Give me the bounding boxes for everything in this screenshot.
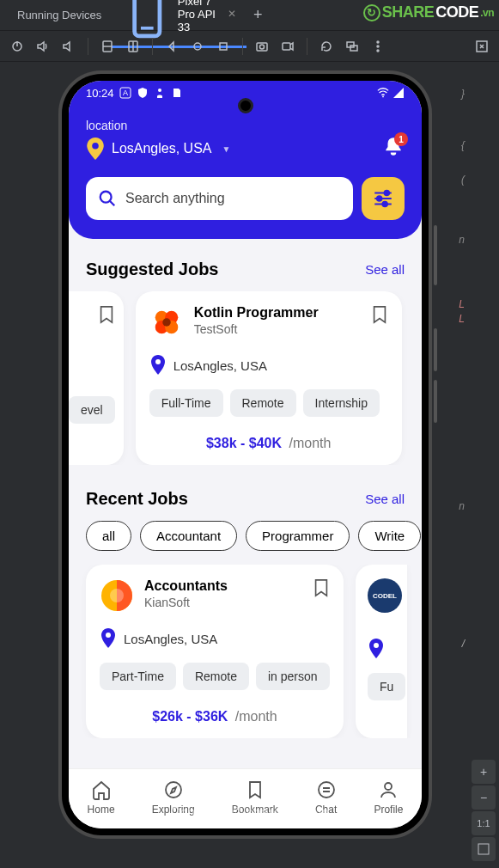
svg-point-23 <box>92 143 99 150</box>
zoom-in-button[interactable]: + <box>472 760 496 784</box>
nav-bookmark[interactable]: Bookmark <box>232 779 278 816</box>
suggested-title: Suggested Jobs <box>86 260 218 279</box>
zoom-ratio[interactable]: 1:1 <box>472 811 496 835</box>
chip-programmer[interactable]: Programmer <box>246 521 350 551</box>
editor-gutter: } { ( n L L n / <box>447 62 499 868</box>
camera-icon[interactable] <box>255 40 269 53</box>
zoom-out-button[interactable]: − <box>472 785 496 810</box>
pin-icon <box>368 639 385 659</box>
svg-point-29 <box>377 196 381 200</box>
compass-icon <box>163 779 184 800</box>
chip-write[interactable]: Write <box>358 521 421 551</box>
overview-icon[interactable] <box>216 40 230 53</box>
job-location: LosAngles, USA <box>173 358 267 373</box>
home-icon[interactable] <box>191 40 204 53</box>
svg-point-41 <box>374 643 379 648</box>
chat-icon <box>316 779 337 800</box>
content-area: Suggested Jobs See all evel Kotlin Progr… <box>69 239 422 746</box>
home-icon <box>91 779 112 800</box>
job-salary: $26k - $36K <box>152 709 228 724</box>
suggested-job-card[interactable]: Kotlin Programmer TestSoft LosAngles, US… <box>136 291 402 465</box>
back-icon[interactable] <box>165 40 179 53</box>
job-company: TestSoft <box>194 322 319 336</box>
expand-icon[interactable] <box>475 40 489 53</box>
record-icon[interactable] <box>281 40 295 53</box>
job-card-partial-right[interactable]: CODEL Fu <box>356 565 407 738</box>
job-salary: $38k - $40K <box>206 436 282 450</box>
watermark-logo: ↻ SHARECODE.vn <box>363 3 494 21</box>
location-label: location <box>86 119 405 132</box>
svg-point-16 <box>377 46 379 47</box>
job-company: KianSoft <box>144 596 228 609</box>
recent-see-all[interactable]: See all <box>365 492 405 506</box>
search-input[interactable]: Search anything <box>86 177 353 220</box>
status-time: 10:24 <box>86 87 114 100</box>
power-icon[interactable] <box>10 40 24 53</box>
job-tag: Remote <box>183 663 249 690</box>
svg-point-31 <box>382 202 386 206</box>
svg-point-40 <box>106 633 111 638</box>
job-tag: Remote <box>230 389 296 417</box>
rotate-right-icon[interactable] <box>126 40 140 53</box>
zoom-fit-button[interactable] <box>472 837 496 861</box>
pin-icon <box>86 138 105 160</box>
status-icon1: A <box>119 87 131 99</box>
svg-point-39 <box>110 589 124 602</box>
filter-icon <box>372 187 394 210</box>
more-icon[interactable] <box>371 40 385 53</box>
job-card-partial-left[interactable]: evel <box>69 291 124 465</box>
settings-extra-icon[interactable] <box>345 40 359 53</box>
job-period: /month <box>289 436 331 450</box>
pin-icon <box>100 628 117 649</box>
svg-rect-0 <box>135 0 160 36</box>
volume-up-icon[interactable] <box>36 40 50 53</box>
nav-chat[interactable]: Chat <box>315 779 337 816</box>
search-icon <box>98 189 117 208</box>
svg-rect-1 <box>141 27 154 30</box>
svg-point-42 <box>166 782 181 798</box>
bookmark-button[interactable] <box>98 305 115 327</box>
reload-icon[interactable] <box>319 40 333 53</box>
svg-point-21 <box>158 89 161 92</box>
bookmark-button[interactable] <box>371 305 388 327</box>
tab-running-devices[interactable]: Running Devices <box>7 2 112 28</box>
svg-rect-12 <box>283 43 290 50</box>
add-tab-icon[interactable]: + <box>246 6 270 24</box>
company-logo <box>100 578 134 613</box>
device-icon <box>122 0 173 39</box>
recent-job-card[interactable]: Accountants KianSoft LosAngles, USA Part… <box>86 565 344 738</box>
bookmark-button[interactable] <box>313 578 330 601</box>
zoom-controls: + − 1:1 <box>472 760 496 861</box>
company-logo <box>149 305 184 339</box>
nav-home[interactable]: Home <box>88 779 115 816</box>
svg-point-24 <box>100 192 112 203</box>
svg-point-15 <box>377 41 379 43</box>
svg-point-46 <box>385 783 392 790</box>
location-selector[interactable]: LosAngles, USA ▼ <box>86 138 230 160</box>
chip-accountant[interactable]: Accountant <box>140 521 237 551</box>
chip-all[interactable]: all <box>86 521 131 551</box>
rotate-left-icon[interactable] <box>100 40 114 53</box>
recent-scroll[interactable]: Accountants KianSoft LosAngles, USA Part… <box>69 565 422 738</box>
camera-cutout <box>238 98 253 113</box>
status-dot-icon <box>154 87 166 99</box>
filter-chips: all Accountant Programmer Write <box>69 521 422 565</box>
job-period: /month <box>235 709 277 724</box>
svg-point-37 <box>155 359 161 364</box>
job-tag: Fu <box>368 673 405 700</box>
svg-point-22 <box>382 96 384 98</box>
bookmark-icon <box>245 779 265 800</box>
filter-button[interactable] <box>362 177 405 220</box>
suggested-see-all[interactable]: See all <box>365 262 405 277</box>
job-location: LosAngles, USA <box>124 632 217 646</box>
app-header: location LosAngles, USA ▼ 1 Search anyth… <box>69 105 422 239</box>
nav-profile[interactable]: Profile <box>374 779 403 816</box>
job-title: Accountants <box>144 578 228 594</box>
nav-exploring[interactable]: Exploring <box>152 779 195 816</box>
svg-point-27 <box>385 191 389 195</box>
svg-point-43 <box>319 782 334 798</box>
notifications-button[interactable]: 1 <box>382 136 405 162</box>
volume-down-icon[interactable] <box>62 40 76 53</box>
close-icon[interactable]: ✕ <box>228 8 236 20</box>
suggested-scroll[interactable]: evel Kotlin Programmer TestSoft <box>69 291 422 465</box>
